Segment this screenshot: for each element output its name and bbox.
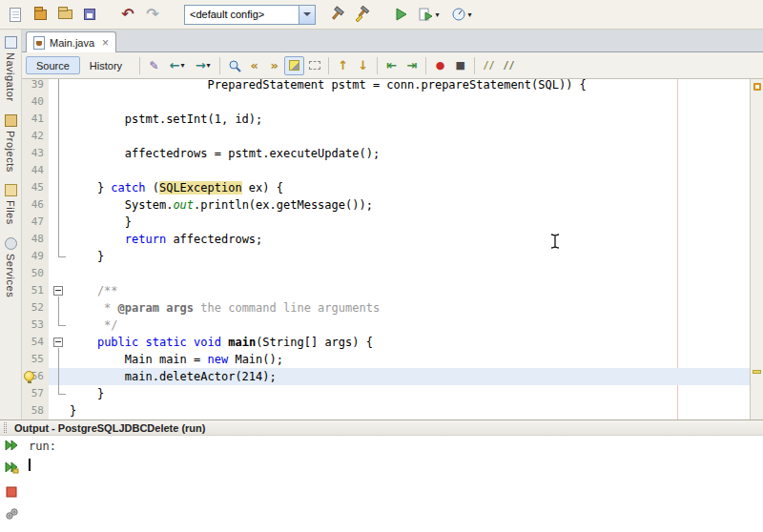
code-text[interactable]: } catch (SQLException ex) { [70, 179, 750, 196]
drag-grip-icon[interactable] [4, 422, 7, 433]
code-line[interactable]: 50 [22, 265, 750, 282]
back-button[interactable]: ←▾ [164, 56, 190, 75]
services-icon [5, 237, 17, 250]
code-text[interactable]: System.out.println(ex.getMessage()); [70, 196, 750, 214]
undo-button[interactable]: ↶ [115, 3, 140, 26]
profile-project-button[interactable]: ▾ [445, 3, 478, 26]
rerun-with-parameters-button[interactable] [3, 459, 20, 476]
sidebar-item-navigator[interactable]: Navigator [0, 30, 21, 108]
find-selection-button[interactable] [224, 56, 244, 75]
new-file-button[interactable] [3, 3, 28, 26]
navigator-icon [5, 36, 17, 49]
code-text[interactable]: affectedrows = pstmt.executeUpdate(); [70, 145, 750, 162]
code-line[interactable]: 47 } [22, 214, 750, 231]
code-text[interactable]: /** [70, 282, 750, 299]
start-macro-recording-button[interactable]: ● [430, 56, 450, 75]
code-line[interactable]: 51 /** [22, 282, 750, 299]
save-all-button[interactable] [77, 3, 102, 26]
forward-button[interactable]: →▾ [190, 56, 216, 75]
build-project-button[interactable] [325, 3, 350, 26]
code-line[interactable]: 53 */ [22, 317, 750, 334]
output-header: Output - PostgreSQLJDBCDelete (run) [0, 419, 763, 436]
history-view-button[interactable]: History [80, 56, 132, 74]
code-line[interactable]: 46 System.out.println(ex.getMessage()); [22, 196, 750, 214]
previous-bookmark-icon: ↑ [338, 59, 348, 72]
code-line[interactable]: 39 PreparedStatement pstmt = conn.prepar… [22, 79, 750, 93]
uncomment-button[interactable]: // [499, 56, 519, 75]
code-line[interactable]: 57 } [22, 385, 750, 402]
stop-macro-recording-button[interactable]: ■ [450, 56, 470, 75]
hint-lightbulb-icon[interactable] [24, 371, 34, 381]
config-dropdown-button[interactable] [299, 6, 315, 24]
run-project-button[interactable] [388, 3, 413, 26]
code-line[interactable]: 58} [22, 402, 750, 419]
code-text[interactable] [70, 162, 750, 179]
code-line[interactable]: 41 pstmt.setInt(1, id); [22, 111, 750, 128]
tab-main-java[interactable]: Main.java × [26, 31, 116, 52]
debug-project-button[interactable]: ▾ [413, 3, 445, 26]
code-line[interactable]: 44 [22, 162, 750, 179]
shift-line-right-button[interactable]: ⇥ [402, 56, 422, 75]
fold-gutter [49, 179, 70, 196]
previous-bookmark-button[interactable]: ↑ [333, 56, 353, 75]
output-settings-button[interactable] [3, 505, 20, 522]
open-project-button[interactable] [52, 3, 77, 26]
code-text[interactable] [70, 265, 750, 282]
uncomment-icon: // [504, 60, 515, 71]
code-line[interactable]: 48 return affectedrows; [22, 231, 750, 248]
code-text[interactable]: } [70, 248, 750, 265]
stop-button[interactable] [3, 483, 20, 501]
code-text[interactable]: } [70, 385, 750, 402]
code-text[interactable]: * @param args the command line arguments [70, 299, 750, 317]
code-text[interactable]: PreparedStatement pstmt = conn.prepareSt… [70, 79, 750, 93]
find-previous-occurrence-button[interactable]: « [244, 56, 264, 75]
code-text[interactable]: Main main = new Main(); [70, 351, 750, 368]
fold-collapse-icon[interactable] [53, 338, 63, 347]
clean-build-button[interactable] [350, 3, 375, 26]
sidebar-item-projects[interactable]: Projects [0, 108, 21, 178]
sidebar-item-label: Services [5, 254, 16, 297]
code-line[interactable]: 43 affectedrows = pstmt.executeUpdate(); [22, 145, 750, 162]
source-view-button[interactable]: Source [26, 56, 80, 74]
code-line[interactable]: 56 main.deleteActor(214); [22, 368, 750, 385]
code-line[interactable]: 52 * @param args the command line argume… [22, 299, 750, 317]
code-text[interactable]: */ [70, 317, 750, 334]
code-text[interactable]: public static void main(String[] args) { [70, 334, 750, 351]
toggle-highlight-search-button[interactable] [284, 56, 304, 75]
code-editor[interactable]: 39 PreparedStatement pstmt = conn.prepar… [22, 79, 750, 419]
code-text[interactable]: pstmt.setInt(1, id); [70, 111, 750, 128]
next-bookmark-button[interactable]: ↓ [353, 56, 373, 75]
code-text[interactable]: main.deleteActor(214); [70, 368, 750, 385]
hint-stripe-mark[interactable] [753, 370, 761, 374]
redo-button[interactable]: ↷ [140, 3, 165, 26]
toggle-rectangular-selection-button[interactable] [304, 56, 324, 75]
code-text[interactable]: } [70, 402, 750, 419]
code-text[interactable] [70, 93, 750, 111]
code-line[interactable]: 55 Main main = new Main(); [22, 351, 750, 368]
rerun-button[interactable] [3, 437, 20, 454]
comment-button[interactable]: // [479, 56, 499, 75]
code-line[interactable]: 42 [22, 128, 750, 145]
code-line[interactable]: 40 [22, 93, 750, 111]
code-text[interactable]: } [70, 214, 750, 231]
code-line[interactable]: 45 } catch (SQLException ex) { [22, 179, 750, 196]
sidebar-item-services[interactable]: Services [0, 231, 21, 303]
code-line[interactable]: 54 public static void main(String[] args… [22, 334, 750, 351]
error-status-badge[interactable] [753, 83, 761, 91]
code-line[interactable]: 49 } [22, 248, 750, 265]
fold-collapse-icon[interactable] [53, 286, 63, 296]
tab-close-icon[interactable]: × [102, 37, 109, 49]
config-dropdown[interactable]: <default config> [184, 5, 316, 25]
new-project-button[interactable] [28, 3, 52, 26]
line-number: 53 [22, 317, 49, 334]
code-text[interactable]: return affectedrows; [70, 231, 750, 248]
error-stripe[interactable] [750, 79, 763, 419]
code-text[interactable] [70, 128, 750, 145]
fold-gutter[interactable] [49, 334, 70, 351]
sidebar-item-files[interactable]: Files [0, 177, 21, 231]
output-console[interactable]: run: [25, 438, 763, 471]
last-edit-button[interactable]: ✎ [144, 56, 164, 75]
fold-gutter[interactable] [49, 282, 70, 299]
shift-line-left-button[interactable]: ⇤ [382, 56, 402, 75]
find-next-occurrence-button[interactable]: » [264, 56, 284, 75]
